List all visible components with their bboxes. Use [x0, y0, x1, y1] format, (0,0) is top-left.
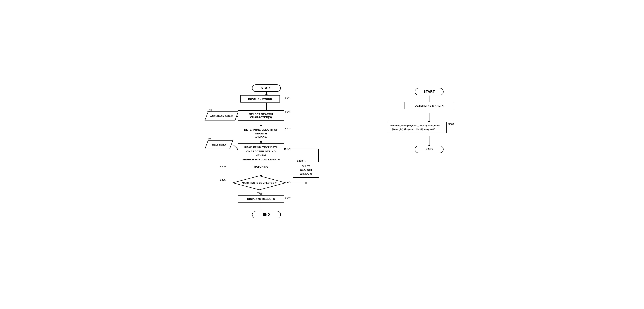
- determine-length-text: DETERMINE LENGTH OF SEARCHWINDOW: [244, 128, 278, 139]
- svg-line-26: [304, 160, 306, 162]
- accuracy-table-label: ACCURACY TABLE: [210, 115, 233, 118]
- displays-results-node: DISPLAYS RESULTS: [238, 195, 284, 202]
- start-node-left: START: [252, 84, 281, 92]
- read-from-node: READ FROM TEXT DATACHARACTER STRING HAVI…: [238, 143, 284, 164]
- page: START S301 INPUT KEYWORD S302 107 ACCURA…: [161, 77, 483, 232]
- right-flowchart-container: START S501 DETERMINE MARGIN S502 window_…: [386, 86, 472, 194]
- svg-marker-10: [260, 142, 262, 143]
- no-label: NO: [286, 181, 290, 184]
- right-flowchart: START S501 DETERMINE MARGIN S502 window_…: [382, 83, 476, 226]
- matching-node: MATCHING: [238, 163, 284, 170]
- determine-length-node: DETERMINE LENGTH OF SEARCHWINDOW: [238, 126, 284, 141]
- left-flowchart-container: START S301 INPUT KEYWORD S302 107 ACCURA…: [204, 83, 333, 226]
- matching-completed-text: MATCHING IS COMPLETED ?: [242, 182, 276, 184]
- input-keyword-node: INPUT KEYWORD: [240, 95, 280, 102]
- s306-label: S306: [220, 178, 226, 181]
- text-data-node: TEXT DATA: [204, 140, 233, 149]
- s305-label: S305: [220, 165, 226, 168]
- s301-label: S301: [285, 97, 290, 100]
- select-search-node: SELECT SEARCH CHARACTER(S): [238, 110, 284, 121]
- determine-margin-node: DETERMINE MARGIN: [404, 102, 454, 109]
- start-node-right: START: [415, 88, 444, 95]
- svg-marker-22: [306, 182, 307, 184]
- read-from-text: READ FROM TEXT DATACHARACTER STRING HAVI…: [242, 146, 280, 161]
- end-node-right: END: [415, 146, 444, 153]
- s304-label: S304: [285, 147, 290, 150]
- formula-node: window_size=(keychar_idx[keychar_num-1]+…: [388, 122, 447, 133]
- s307-label: S307: [285, 197, 290, 200]
- text-data-label: TEXT DATA: [212, 143, 226, 146]
- matching-completed-node: MATCHING IS COMPLETED ?: [232, 176, 286, 190]
- accuracy-table-node: ACCURACY TABLE: [204, 111, 239, 120]
- s502-label: S502: [448, 123, 454, 126]
- shift-window-node: SHIFT SEARCHWINDOW: [293, 162, 319, 178]
- shift-window-text: SHIFT SEARCHWINDOW: [300, 164, 312, 175]
- formula-text: window_size=(keychar_idx[keychar_num-1]+…: [390, 124, 440, 130]
- s308-label: S308: [297, 159, 303, 162]
- s303-label: S303: [285, 127, 290, 130]
- left-flowchart: START S301 INPUT KEYWORD S302 107 ACCURA…: [168, 83, 368, 226]
- svg-line-11: [234, 145, 238, 148]
- end-node-left: END: [252, 211, 281, 218]
- s302-label: S302: [285, 111, 290, 114]
- yes-label: YES: [257, 191, 262, 194]
